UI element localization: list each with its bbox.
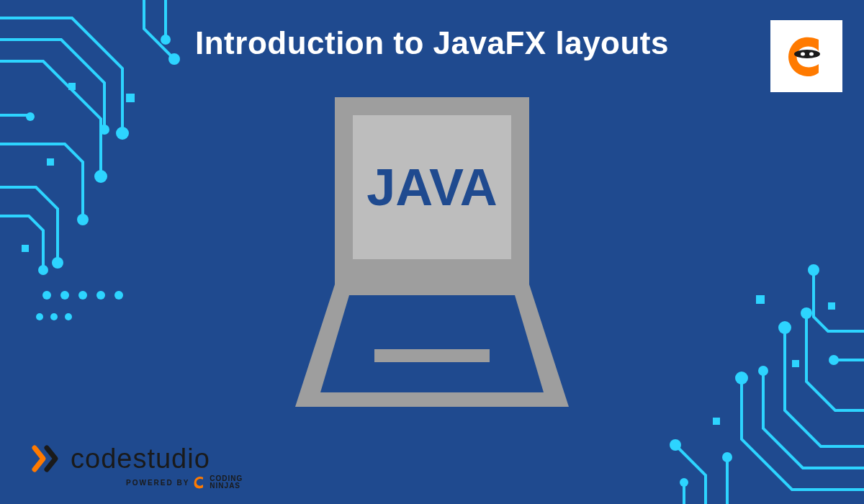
svg-point-10: [168, 53, 180, 65]
brand-main: codestudio: [29, 441, 243, 477]
svg-point-27: [65, 313, 72, 320]
powered-by-label: POWERED BY: [126, 479, 189, 487]
svg-rect-16: [126, 94, 135, 102]
svg-point-7: [116, 127, 129, 140]
svg-point-11: [161, 35, 171, 45]
svg-point-14: [38, 265, 48, 275]
svg-point-28: [735, 372, 748, 384]
svg-point-20: [42, 291, 51, 300]
svg-point-25: [36, 313, 43, 320]
svg-point-9: [94, 170, 107, 183]
svg-point-36: [680, 478, 688, 487]
coding-ninjas-logo: [770, 20, 842, 92]
svg-point-24: [114, 291, 123, 300]
ninjas-c-icon: [194, 475, 205, 490]
brand-footer: codestudio POWERED BY CODING NINJAS: [29, 441, 243, 490]
codestudio-chevron-icon: [29, 441, 65, 477]
svg-rect-6: [374, 349, 490, 362]
svg-point-15: [26, 112, 35, 121]
svg-point-29: [758, 366, 768, 376]
svg-rect-38: [792, 360, 799, 367]
brand-subline: POWERED BY CODING NINJAS: [126, 475, 243, 490]
svg-point-23: [96, 291, 105, 300]
svg-point-22: [78, 291, 87, 300]
brand-code-label: code: [71, 444, 132, 474]
brand-text: codestudio: [71, 444, 210, 474]
svg-point-31: [801, 307, 812, 319]
svg-point-26: [50, 313, 58, 320]
svg-point-8: [99, 125, 109, 135]
svg-point-1: [801, 53, 805, 56]
svg-point-30: [778, 321, 791, 334]
svg-rect-40: [713, 418, 720, 425]
svg-text:JAVA: JAVA: [366, 158, 497, 216]
laptop-icon: JAVA: [295, 97, 569, 414]
laptop-illustration: JAVA: [295, 97, 569, 417]
svg-rect-17: [68, 83, 76, 90]
svg-point-12: [77, 214, 89, 225]
svg-point-32: [808, 264, 819, 276]
svg-point-13: [52, 257, 63, 269]
ninjas-label: NINJAS: [210, 482, 243, 490]
svg-rect-37: [756, 295, 765, 304]
svg-point-34: [670, 439, 681, 451]
circuit-decoration-bottom-right: [648, 230, 864, 504]
svg-point-0: [794, 50, 820, 58]
ninjas-label-block: CODING NINJAS: [210, 475, 243, 490]
svg-point-35: [722, 452, 732, 462]
svg-point-33: [829, 355, 839, 365]
svg-rect-39: [828, 302, 835, 310]
circuit-decoration-top-left: [0, 0, 187, 331]
svg-rect-19: [22, 245, 29, 252]
svg-rect-18: [47, 158, 54, 166]
svg-point-21: [60, 291, 69, 300]
ninja-c-icon: [781, 31, 832, 81]
brand-studio-label: studio: [132, 444, 210, 474]
svg-point-2: [809, 53, 814, 56]
